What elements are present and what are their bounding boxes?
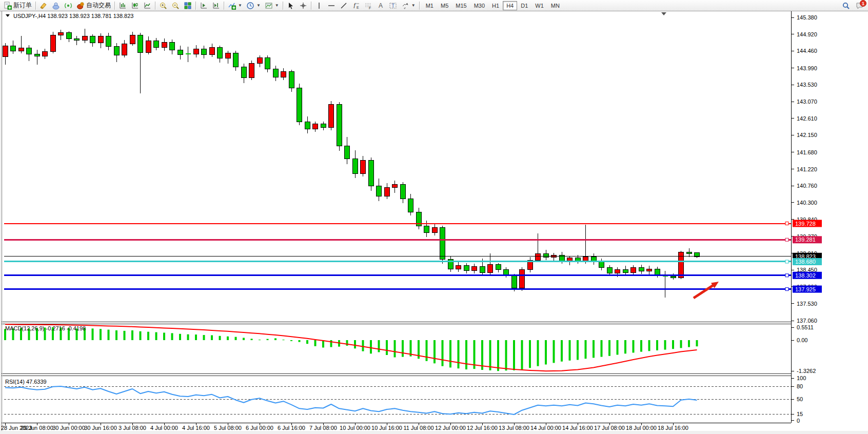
macd-histogram-bar: [426, 340, 428, 361]
date-axis-label: 4 Jul 00:00: [150, 425, 178, 431]
text-button[interactable]: A: [374, 1, 387, 11]
line-handle[interactable]: [785, 260, 788, 263]
candle: [193, 49, 199, 54]
timeframe-d1[interactable]: D1: [517, 1, 531, 10]
price-axis-tick: 141.220: [797, 166, 817, 172]
chevron-down-icon: ▼: [411, 3, 416, 8]
candle: [392, 184, 398, 187]
candle: [154, 41, 159, 48]
macd-histogram-bar: [108, 330, 110, 340]
rsi-axis-tick: 100: [797, 375, 806, 381]
timeframe-mn[interactable]: MN: [547, 1, 563, 10]
timeframe-m30[interactable]: M30: [470, 1, 488, 10]
macd-histogram-bar: [171, 333, 173, 340]
zoom-out-button[interactable]: [169, 1, 182, 11]
macd-histogram-bar: [100, 329, 102, 340]
line-handle[interactable]: [785, 288, 788, 291]
svg-text:A: A: [379, 2, 383, 9]
macd-histogram-bar: [545, 340, 547, 365]
timeframe-h4[interactable]: H4: [503, 1, 517, 10]
price-axis-tick: 142.610: [797, 115, 817, 122]
new-order-icon: [4, 2, 12, 10]
macd-histogram-bar: [672, 340, 674, 349]
bar-chart-button[interactable]: [116, 1, 129, 11]
template-icon: [265, 2, 273, 10]
rsi-axis-tick: 0: [797, 418, 800, 424]
macd-histogram-bar: [561, 340, 563, 362]
auto-trading-button[interactable]: 自动交易: [74, 1, 113, 11]
candle: [615, 270, 620, 273]
candle: [424, 226, 429, 232]
date-axis-label: 12 Jul 16:00: [467, 425, 498, 431]
macd-histogram-bar: [243, 338, 245, 341]
zoom-in-button[interactable]: [157, 1, 169, 11]
candle: [122, 44, 127, 55]
fibonacci-button[interactable]: F: [362, 1, 374, 11]
timeframe-m1[interactable]: M1: [422, 1, 437, 10]
price-axis-tick: 137.060: [797, 318, 817, 324]
timeframe-w1[interactable]: W1: [531, 1, 547, 10]
macd-axis-tick: 0.00: [797, 337, 807, 343]
timeframe-m5[interactable]: M5: [437, 1, 452, 10]
period-button[interactable]: ▼: [244, 1, 263, 11]
chart-shift-icon: [212, 2, 220, 10]
candle: [329, 104, 334, 128]
styler-button[interactable]: [37, 1, 50, 11]
equidistant-channel-button[interactable]: ƒE: [350, 1, 362, 11]
timeframe-m15[interactable]: M15: [452, 1, 470, 10]
chart-canvas[interactable]: 145.380144.920144.460143.990143.530143.0…: [0, 0, 868, 434]
candle: [440, 227, 445, 260]
candle: [686, 252, 692, 254]
candle: [655, 269, 660, 275]
macd-histogram-bar: [513, 340, 515, 370]
chart-background[interactable]: [0, 11, 868, 431]
crosshair-button[interactable]: [297, 1, 309, 11]
macd-histogram-bar: [458, 340, 460, 368]
svg-text:T: T: [391, 3, 394, 8]
macd-histogram-bar: [497, 340, 499, 371]
auto-trading-icon: [76, 2, 85, 10]
price-badge: 139.728: [793, 220, 822, 227]
candle: [11, 46, 16, 51]
macd-histogram-bar: [378, 340, 380, 352]
candle: [58, 33, 64, 35]
template-button[interactable]: ▼: [263, 1, 281, 11]
new-order-button[interactable]: 新订单: [2, 1, 34, 11]
line-handle[interactable]: [785, 222, 788, 225]
macd-histogram-bar: [259, 340, 261, 340]
vertical-line-button[interactable]: [313, 1, 325, 11]
scroll-to-end-button[interactable]: [198, 1, 210, 11]
cursor-button[interactable]: [285, 1, 297, 11]
candle-chart-button[interactable]: [129, 1, 141, 11]
separator: [224, 2, 224, 10]
timeframe-group: M1M5M15M30H1H4D1W1MN: [422, 1, 563, 10]
date-axis-label: 17 Jul 08:00: [594, 425, 625, 431]
macd-histogram-bar: [553, 340, 555, 363]
cloud-account-button[interactable]: [50, 1, 62, 11]
date-axis-label: 29 Jun 08:00: [21, 425, 53, 431]
timeframe-h1[interactable]: H1: [488, 1, 503, 10]
line-chart-icon: [143, 2, 151, 10]
tile-windows-button[interactable]: [182, 1, 194, 11]
macd-histogram-bar: [442, 340, 444, 366]
add-indicator-button[interactable]: ▼: [226, 1, 244, 11]
candle: [504, 270, 509, 275]
text-label-button[interactable]: T: [387, 1, 399, 11]
macd-histogram-bar: [489, 340, 491, 370]
signal-button[interactable]: [62, 1, 74, 11]
period-icon: [246, 2, 254, 10]
line-chart-button[interactable]: [141, 1, 153, 11]
line-handle[interactable]: [785, 238, 788, 241]
chart-shift-button[interactable]: [210, 1, 222, 11]
horizontal-line-button[interactable]: [325, 1, 338, 11]
trendline-button[interactable]: [338, 1, 350, 11]
chat-button[interactable]: 1: [852, 1, 866, 11]
chevron-down-icon: ▼: [238, 3, 242, 8]
search-button[interactable]: [840, 1, 852, 11]
date-axis-label: 12 Jul 00:00: [435, 425, 466, 431]
arrows-button[interactable]: ▼: [399, 1, 418, 11]
macd-histogram-bar: [656, 340, 658, 350]
line-handle[interactable]: [785, 274, 788, 277]
cursor-icon: [287, 2, 295, 10]
macd-histogram-bar: [680, 340, 682, 348]
